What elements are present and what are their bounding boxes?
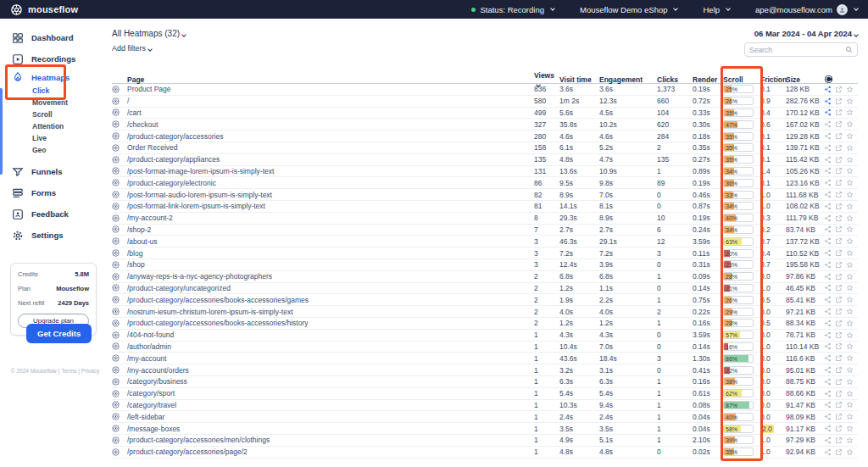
open-external-icon[interactable]: [835, 120, 843, 128]
open-external-icon[interactable]: [835, 425, 843, 432]
open-external-icon[interactable]: [835, 296, 843, 303]
table-row[interactable]: /shop-2 7 2.7s 2.7s 6 0.24s 34% 0.2 83.7…: [112, 225, 858, 236]
share-icon[interactable]: [824, 425, 832, 432]
view-heatmap-eye-icon[interactable]: [112, 167, 127, 175]
view-heatmap-eye-icon[interactable]: [112, 191, 127, 198]
table-row[interactable]: /product-category/accessories/men/clothi…: [112, 435, 858, 447]
share-icon[interactable]: [824, 203, 832, 210]
star-icon[interactable]: [846, 342, 854, 350]
open-external-icon[interactable]: [835, 203, 843, 210]
page-link[interactable]: /my-account: [127, 354, 534, 363]
view-heatmap-eye-icon[interactable]: [112, 284, 127, 292]
view-heatmap-eye-icon[interactable]: [112, 342, 127, 350]
star-icon[interactable]: [846, 225, 854, 233]
terms-link[interactable]: Terms: [61, 368, 76, 374]
table-row[interactable]: /anyway-reps-is-a-nyc-agency-photographe…: [112, 271, 858, 283]
table-row[interactable]: /product-category/accessories/books-acce…: [112, 318, 858, 330]
share-icon[interactable]: [824, 331, 832, 339]
sidebar-item-heatmaps-attention[interactable]: Attention: [0, 120, 110, 132]
view-heatmap-eye-icon[interactable]: [112, 237, 127, 245]
table-row[interactable]: /checkout 327 35.8s 10.2s 620 0.30s 47% …: [112, 119, 858, 131]
page-link[interactable]: /shop: [127, 260, 534, 269]
page-link[interactable]: /message-boxes: [127, 425, 534, 433]
page-link[interactable]: Order Received: [127, 143, 534, 152]
table-row[interactable]: /my-account/orders 1 3.2s 3.1s 0 0.41s 2…: [112, 364, 858, 376]
table-row[interactable]: /category/sport 1 5.4s 5.4s 1 0.61s 62% …: [112, 388, 858, 400]
view-heatmap-eye-icon[interactable]: [112, 413, 127, 420]
page-link[interactable]: /product-category/accessories/books-acce…: [127, 319, 534, 327]
page-link[interactable]: /product-category/accessories/men/clothi…: [127, 436, 534, 444]
page-link[interactable]: /category/sport: [127, 389, 534, 398]
view-heatmap-eye-icon[interactable]: [112, 249, 127, 257]
page-link[interactable]: /left-sidebar: [127, 413, 534, 421]
sidebar-item-funnels[interactable]: Funnels: [0, 161, 110, 182]
view-heatmap-eye-icon[interactable]: [112, 214, 127, 222]
page-link[interactable]: Product Page: [127, 85, 534, 93]
page-link[interactable]: /product-category/accessories/books-acce…: [127, 296, 534, 304]
sidebar-item-settings[interactable]: Settings: [0, 225, 110, 246]
star-icon[interactable]: [846, 191, 854, 198]
column-header-size[interactable]: Size: [786, 75, 824, 84]
share-icon[interactable]: [824, 401, 832, 409]
open-external-icon[interactable]: [835, 108, 843, 116]
status-dropdown[interactable]: Status: Recording: [471, 5, 554, 14]
share-icon[interactable]: [824, 86, 832, 93]
page-link[interactable]: /category/business: [127, 377, 534, 386]
table-row[interactable]: /shop 3 12.4s 3.9s 0 0.31s 23% 0.7 195.5…: [112, 259, 858, 271]
view-heatmap-eye-icon[interactable]: [112, 156, 127, 164]
view-heatmap-eye-icon[interactable]: [112, 425, 127, 432]
share-icon[interactable]: [824, 120, 832, 128]
share-icon[interactable]: [824, 156, 832, 164]
open-external-icon[interactable]: [835, 261, 843, 269]
share-icon[interactable]: [824, 296, 832, 303]
open-external-icon[interactable]: [835, 86, 843, 93]
share-icon[interactable]: [824, 261, 832, 269]
open-external-icon[interactable]: [835, 320, 843, 327]
table-row[interactable]: /my-account-2 8 29.3s 8.9s 10 0.19s 40% …: [112, 213, 858, 225]
share-icon[interactable]: [824, 108, 832, 116]
table-row[interactable]: Product Page 836 3.6s 3.6s 1,373 0.19s 2…: [112, 84, 858, 96]
share-icon[interactable]: [824, 249, 832, 257]
view-heatmap-eye-icon[interactable]: [112, 108, 127, 116]
star-icon[interactable]: [846, 237, 854, 245]
open-external-icon[interactable]: [835, 401, 843, 409]
open-external-icon[interactable]: [835, 179, 843, 186]
page-link[interactable]: /category/travel: [127, 401, 534, 409]
star-icon[interactable]: [846, 320, 854, 327]
table-row[interactable]: /product-category/electronic 86 9.5s 9.8…: [112, 177, 858, 189]
open-external-icon[interactable]: [835, 436, 843, 444]
sidebar-item-recordings[interactable]: Recordings: [0, 48, 110, 69]
search-input[interactable]: [749, 46, 845, 54]
privacy-link[interactable]: Privacy: [81, 368, 99, 374]
open-external-icon[interactable]: [835, 354, 843, 362]
table-row[interactable]: /author/admin 1 10.4s 7.0s 0 0.14s 16% 1…: [112, 342, 858, 353]
page-link[interactable]: /post-format-image-lorem-ipsum-is-simply…: [127, 167, 534, 175]
share-icon[interactable]: [824, 144, 832, 152]
star-icon[interactable]: [846, 132, 854, 140]
open-external-icon[interactable]: [835, 214, 843, 222]
view-heatmap-eye-icon[interactable]: [112, 120, 127, 128]
page-link[interactable]: /post-format-audio-lorem-ipsum-is-simply…: [127, 191, 534, 199]
page-link[interactable]: /cart: [127, 108, 534, 117]
share-icon[interactable]: [824, 354, 832, 362]
star-icon[interactable]: [846, 296, 854, 303]
column-header-scroll[interactable]: Scroll: [723, 75, 760, 84]
view-heatmap-eye-icon[interactable]: [112, 436, 127, 444]
open-external-icon[interactable]: [835, 97, 843, 105]
open-external-icon[interactable]: [835, 273, 843, 281]
star-icon[interactable]: [846, 144, 854, 152]
star-icon[interactable]: [846, 401, 854, 409]
account-menu[interactable]: ape@mouseflow.com: [755, 4, 858, 15]
page-link[interactable]: /product-category/accessories: [127, 132, 534, 141]
page-link[interactable]: /my-account-2: [127, 214, 534, 222]
star-icon[interactable]: [846, 86, 854, 93]
star-icon[interactable]: [846, 366, 854, 374]
table-row[interactable]: /cart 499 5.6s 4.5s 104 0.33s 35% 0.4 17…: [112, 108, 858, 120]
open-external-icon[interactable]: [835, 331, 843, 339]
sidebar-item-heatmaps-movement[interactable]: Movement: [0, 97, 110, 108]
share-icon[interactable]: [824, 214, 832, 222]
view-heatmap-eye-icon[interactable]: [112, 366, 127, 374]
help-dropdown[interactable]: Help: [703, 5, 730, 14]
sidebar-item-heatmaps-geo[interactable]: Geo: [0, 144, 110, 156]
star-icon[interactable]: [846, 273, 854, 281]
